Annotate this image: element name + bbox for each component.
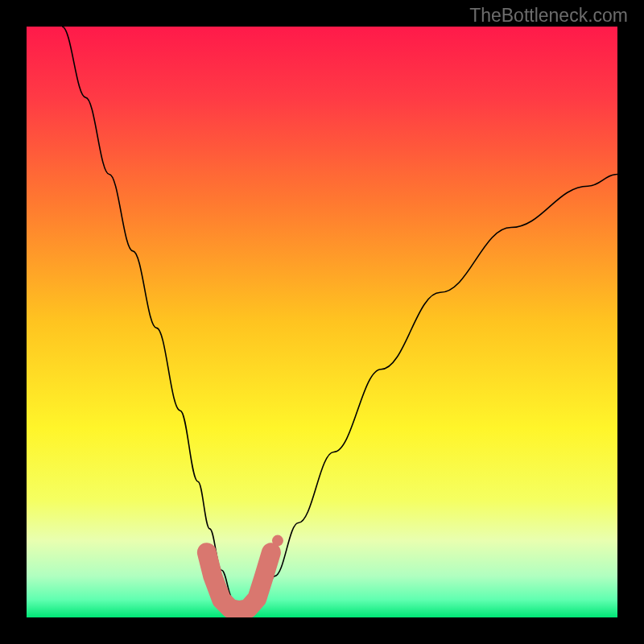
optimal-range-end-dot: [272, 535, 283, 547]
chart-svg: [27, 27, 617, 617]
watermark-text: TheBottleneck.com: [469, 5, 628, 27]
plot-area: [27, 27, 617, 617]
gradient-background: [27, 27, 617, 617]
chart-frame: TheBottleneck.com: [0, 0, 644, 644]
